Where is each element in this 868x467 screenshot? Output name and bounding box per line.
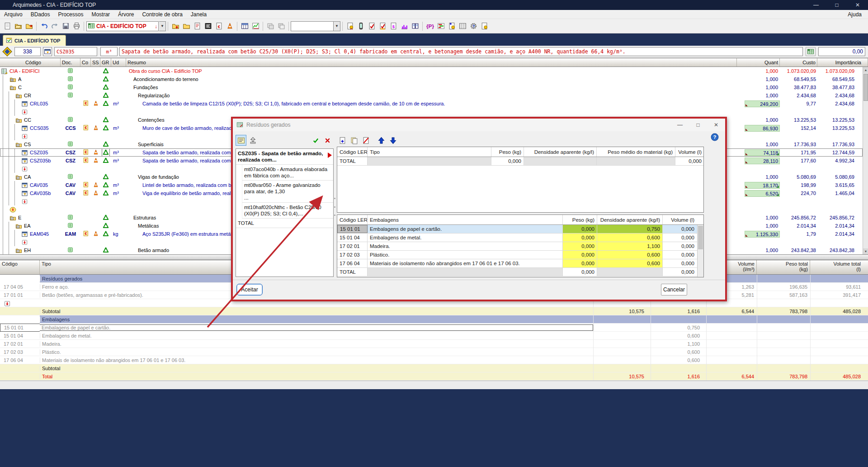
cost-scroll-icon[interactable]: € xyxy=(83,181,89,189)
seal-report-button[interactable] xyxy=(344,21,355,32)
safety-cone-icon[interactable] xyxy=(93,190,99,197)
document-scroll-icon[interactable] xyxy=(67,214,74,221)
discard-icon[interactable] xyxy=(322,135,333,146)
quantity-cell[interactable]: 18,170 xyxy=(745,182,780,189)
decomposition-list-item[interactable]: mt07aco040b - Armadura elaborada em fábr… xyxy=(242,165,333,181)
folder-minus-icon[interactable] xyxy=(15,247,23,254)
import-job-button[interactable] xyxy=(24,21,34,32)
histogram-button[interactable] xyxy=(399,21,410,32)
col-w-peso-total[interactable]: Peso total(kg) xyxy=(757,260,810,274)
measurement-arrow-icon[interactable] xyxy=(21,133,28,140)
document-scroll-icon[interactable] xyxy=(67,67,74,75)
item-window-icon[interactable] xyxy=(21,149,28,156)
col-0[interactable]: Código LER xyxy=(337,215,368,224)
quantity-cell[interactable]: 74,118 xyxy=(745,149,780,156)
item-window-icon[interactable] xyxy=(21,231,28,238)
help-icon[interactable]: ? xyxy=(711,133,719,141)
table-chart-button[interactable] xyxy=(239,21,250,32)
ler-row[interactable]: 15 01 01Embalagens de papel e cartão.0,0… xyxy=(337,225,703,234)
document-scroll-icon[interactable] xyxy=(67,141,74,148)
redo-button[interactable] xyxy=(49,21,60,32)
waste-row[interactable]: 17 06 04Materiais de isolamento não abra… xyxy=(0,356,868,364)
safety-cone-icon[interactable] xyxy=(93,181,99,189)
job-selector-combo[interactable]: CIA - EDIFÍCIO TOP↓ xyxy=(86,21,159,31)
waste-row[interactable]: 17 02 03Plástico.0,600 xyxy=(0,348,868,356)
p-variable-button[interactable]: {P} xyxy=(425,21,435,32)
quantity-cell[interactable]: 86,930 xyxy=(745,125,780,132)
menu-item-processos[interactable]: Processos xyxy=(54,10,87,19)
seal-add-button[interactable] xyxy=(446,21,457,32)
concept-lookup-button[interactable] xyxy=(43,47,52,56)
recycle-icon[interactable] xyxy=(102,222,109,229)
recycle-icon[interactable] xyxy=(102,84,109,91)
concept-code-field[interactable]: CSZ035 xyxy=(54,47,97,56)
waste-row[interactable]: Total10,5751,6166,544783,798485,028 xyxy=(0,372,868,381)
search-combo-dropdown-icon[interactable]: ▼ xyxy=(333,22,340,31)
folder-minus-icon[interactable] xyxy=(15,174,23,181)
concept-table-button[interactable] xyxy=(806,47,816,56)
quantity-cell[interactable]: 1.125,330 xyxy=(745,231,780,238)
check-document-button[interactable] xyxy=(366,21,377,32)
quantity-cell[interactable]: 6,520 xyxy=(745,190,780,197)
recycle-icon[interactable] xyxy=(102,173,109,181)
decomposition-list-item[interactable]: CSZ035 - Sapata de betão armado, realiza… xyxy=(236,149,333,165)
reference-book-button[interactable] xyxy=(410,21,420,32)
form-view-button[interactable] xyxy=(236,135,246,146)
waste-row[interactable]: 17 02 01Madeira.1,100 xyxy=(0,340,868,348)
col-resumo[interactable]: Resumo xyxy=(126,58,737,67)
col-quant[interactable]: Quant xyxy=(737,58,780,67)
folder-minus-icon[interactable] xyxy=(15,223,23,229)
col-importancia[interactable]: Importância xyxy=(817,58,868,67)
measurement-arrow-icon[interactable] xyxy=(21,239,28,246)
recycle-icon[interactable] xyxy=(102,116,109,124)
col-codigo[interactable]: Código xyxy=(0,58,61,67)
col-3[interactable]: Densidade aparente (kg/l) xyxy=(597,215,663,224)
safety-cone-icon[interactable] xyxy=(93,157,99,164)
waste-row[interactable]: Embalagens xyxy=(0,315,868,324)
tree-vertical-scrollbar[interactable]: ▲ ▼ xyxy=(863,67,868,254)
safety-cone-icon[interactable] xyxy=(93,124,99,132)
safety-cone-icon[interactable] xyxy=(93,149,99,156)
scroll-down-icon[interactable]: ▼ xyxy=(863,248,868,254)
col-2[interactable]: Peso (kg) xyxy=(563,215,597,224)
ler-row[interactable]: 17 02 03Plástico.0,0000,6000,000 xyxy=(337,251,703,259)
document-scroll-icon[interactable] xyxy=(67,92,74,99)
col-2[interactable]: Peso (kg) xyxy=(491,147,524,157)
open-job-button[interactable] xyxy=(13,21,24,32)
folder-plus-icon[interactable] xyxy=(9,76,17,83)
price-report-button[interactable]: $ xyxy=(388,21,399,32)
copy-window-button[interactable] xyxy=(265,21,276,32)
line-chart-button[interactable] xyxy=(250,21,261,32)
recycle-icon[interactable] xyxy=(102,124,109,132)
job-selector-dropdown-icon[interactable]: ▼ xyxy=(159,21,166,31)
folder-minus-icon[interactable] xyxy=(9,84,17,91)
panel-splitter-handle[interactable] xyxy=(334,198,336,216)
col-doc[interactable]: Doc. xyxy=(61,58,80,67)
paste-window-button[interactable] xyxy=(276,21,287,32)
decomposition-list-item[interactable]: mt08var050 - Arame galvanizado para atar… xyxy=(242,181,333,203)
ler-row[interactable]: 15 01 04Embalagens de metal.0,0000,6000,… xyxy=(337,234,703,242)
recycle-icon[interactable] xyxy=(102,181,109,189)
check-style-button[interactable] xyxy=(377,21,388,32)
menu-item-arquivo[interactable]: Arquivo xyxy=(0,10,27,19)
item-window-icon[interactable] xyxy=(21,125,28,132)
decomposition-list-item[interactable]: TOTAL xyxy=(236,219,333,228)
price-euro-button[interactable]: € xyxy=(213,21,224,32)
new-document-button[interactable] xyxy=(2,21,13,32)
tree-row[interactable]: AAcondicionamento do terreno1,00068.549,… xyxy=(0,75,863,83)
col-5[interactable]: Volume (l) xyxy=(675,147,704,157)
cost-scroll-icon[interactable]: € xyxy=(83,230,89,238)
folder-minus-icon[interactable] xyxy=(15,141,23,148)
confirm-icon[interactable] xyxy=(310,135,321,146)
col-co[interactable]: Co xyxy=(80,58,91,67)
delete-row-button[interactable] xyxy=(360,135,371,146)
print-button[interactable] xyxy=(71,21,82,32)
move-up-button[interactable] xyxy=(376,135,387,146)
recycle-icon[interactable] xyxy=(102,100,109,107)
col-3[interactable]: Densidade aparente (kg/l) xyxy=(524,147,597,157)
item-window-icon[interactable] xyxy=(21,100,28,107)
item-window-icon[interactable] xyxy=(21,182,28,189)
document-scroll-icon[interactable] xyxy=(67,116,74,124)
recycle-icon[interactable] xyxy=(102,92,109,99)
minimize-button[interactable]: — xyxy=(806,0,826,10)
